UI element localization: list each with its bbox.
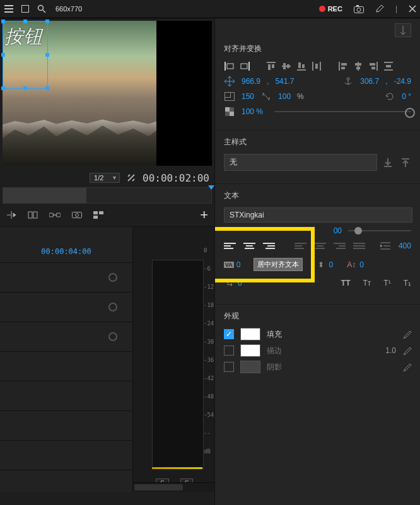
push-down-icon[interactable]	[382, 157, 394, 168]
leading-value[interactable]: 400	[399, 241, 411, 250]
text-justify-all[interactable]	[353, 241, 365, 251]
svg-rect-18	[267, 62, 276, 63]
menu-icon[interactable]	[4, 4, 14, 14]
text-selection-box[interactable]: 按钮	[3, 21, 48, 89]
settings-icon[interactable]	[126, 173, 136, 183]
program-monitor[interactable]: 按钮	[3, 21, 212, 166]
push-up-icon[interactable]	[400, 157, 411, 168]
position-icon	[224, 76, 235, 87]
svg-rect-35	[356, 67, 360, 69]
horizontal-scrollbar[interactable]	[133, 482, 214, 492]
stroke-checkbox[interactable]	[224, 345, 234, 356]
text-align-center[interactable]	[243, 241, 255, 251]
uniform-scale-icon[interactable]	[260, 91, 272, 102]
stroke-color-swatch[interactable]	[240, 344, 260, 357]
canvas-dimensions: 660x770	[55, 5, 82, 13]
distribute-h-icon[interactable]	[383, 61, 394, 72]
anchor-x[interactable]: 306.7	[360, 77, 379, 86]
master-style-title: 主样式	[224, 137, 411, 148]
svg-rect-0	[22, 6, 29, 13]
eyedropper-icon[interactable]	[402, 346, 411, 355]
stroke-width[interactable]: 1.0	[385, 346, 396, 355]
svg-rect-19	[268, 64, 271, 70]
record-indicator[interactable]: REC	[319, 5, 342, 13]
title-text[interactable]: 按钮	[3, 21, 47, 52]
scale-h[interactable]: 100	[278, 92, 291, 101]
svg-rect-30	[339, 62, 340, 71]
fill-color-swatch[interactable]	[240, 328, 260, 340]
align-vcenter-icon[interactable]	[281, 61, 292, 72]
text-justify-center[interactable]	[314, 241, 326, 251]
edit-icon[interactable]	[375, 4, 384, 13]
anchor-icon	[342, 76, 354, 87]
distribute-v-icon[interactable]	[311, 61, 322, 72]
position-x[interactable]: 966.9	[242, 77, 260, 86]
text-justify-left[interactable]	[295, 241, 306, 251]
opacity-value[interactable]: 100 %	[242, 107, 263, 116]
svg-rect-24	[297, 69, 306, 71]
shadow-checkbox[interactable]	[224, 362, 234, 372]
align-hcenter-icon[interactable]	[353, 61, 364, 72]
master-style-select[interactable]: 无	[224, 154, 377, 171]
shadow-color-swatch[interactable]	[240, 361, 260, 373]
tracking-value[interactable]: 0	[236, 260, 241, 269]
font-family-select[interactable]: STXingkai	[224, 207, 412, 223]
align-right-edges-icon[interactable]	[239, 61, 250, 72]
add-button[interactable]: +	[200, 207, 208, 223]
playhead-icon[interactable]	[208, 185, 214, 190]
search-icon[interactable]	[37, 4, 47, 14]
eyedropper-icon[interactable]	[402, 363, 411, 371]
superscript-icon[interactable]: T¹	[383, 279, 390, 287]
rotation-value[interactable]: 0 °	[402, 92, 411, 101]
anchor-y[interactable]: -24.9	[394, 77, 411, 86]
small-caps-icon[interactable]: Tт	[363, 279, 371, 287]
track-header[interactable]	[0, 322, 132, 352]
align-bottom-icon[interactable]	[296, 61, 307, 72]
still-icon[interactable]	[72, 211, 82, 219]
svg-point-1	[38, 6, 44, 11]
align-top-icon[interactable]	[265, 61, 277, 72]
font-size-slider[interactable]	[348, 230, 411, 231]
timecode-display[interactable]: 00:00:02:00	[143, 172, 209, 184]
align-transform-title: 对齐并变换	[224, 44, 411, 54]
track-header[interactable]	[0, 381, 132, 411]
scrub-bar[interactable]	[3, 187, 212, 204]
all-caps-icon[interactable]: TT	[341, 279, 351, 287]
font-size[interactable]: 00	[334, 226, 342, 235]
svg-rect-31	[341, 63, 347, 66]
timeline-position[interactable]: 00:00:04:00	[41, 247, 91, 256]
text-align-right[interactable]	[263, 241, 275, 251]
snap-icon[interactable]	[28, 211, 38, 219]
baseline-shift-icon: A↕	[346, 259, 357, 270]
fill-label: 填充	[267, 329, 282, 340]
zoom-select[interactable]: 1/2	[90, 173, 120, 183]
align-right-icon[interactable]	[368, 61, 379, 72]
svg-rect-46	[225, 107, 230, 112]
text-title: 文本	[224, 190, 411, 201]
svg-rect-6	[33, 212, 37, 218]
eyedropper-icon[interactable]	[402, 330, 411, 339]
track-header[interactable]	[0, 441, 132, 470]
link-icon[interactable]	[49, 211, 61, 219]
align-left-icon[interactable]	[337, 61, 349, 72]
text-justify-right[interactable]	[334, 241, 346, 251]
snap-vertical-icon[interactable]	[395, 23, 411, 37]
track-header[interactable]	[0, 263, 132, 293]
list-icon[interactable]	[93, 211, 103, 219]
scale-w[interactable]: 150	[242, 92, 254, 101]
text-align-left[interactable]	[224, 241, 236, 251]
camera-icon[interactable]	[354, 5, 364, 13]
align-left-edges-icon[interactable]	[224, 61, 235, 72]
fill-checkbox[interactable]: ✓	[224, 329, 234, 339]
close-icon[interactable]	[409, 5, 416, 13]
track-header[interactable]	[0, 411, 132, 441]
opacity-slider[interactable]	[274, 111, 411, 112]
subscript-icon[interactable]: T₁	[404, 279, 411, 287]
window-icon[interactable]	[20, 4, 30, 14]
track-header[interactable]	[0, 293, 132, 322]
stroke-label: 描边	[267, 345, 282, 356]
marker-prev-icon[interactable]	[6, 211, 16, 219]
svg-rect-12	[93, 216, 98, 219]
track-header[interactable]	[0, 352, 132, 381]
position-y[interactable]: 541.7	[275, 77, 294, 86]
